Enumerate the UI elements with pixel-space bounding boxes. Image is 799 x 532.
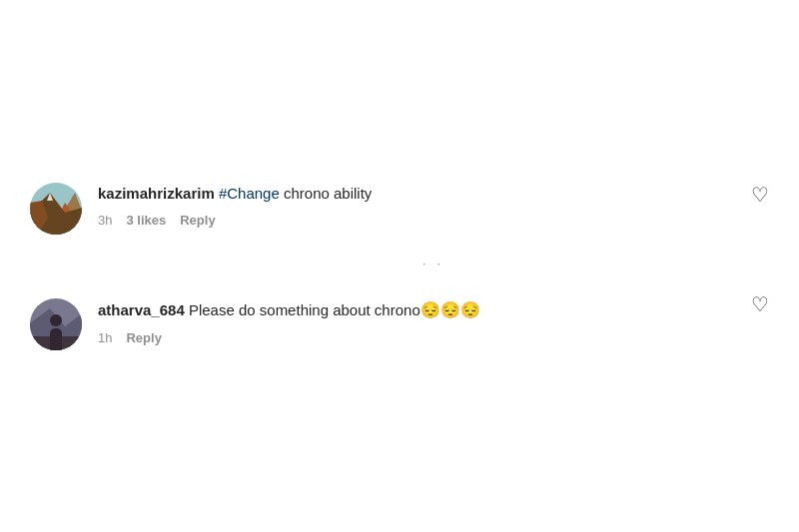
comment-body-text: Please do something about chrono: [185, 301, 420, 318]
comment-time: 3h: [98, 213, 112, 228]
comment-text: atharva_684 Please do something about ch…: [98, 298, 769, 322]
comment-section: kazimahrizkarim #Change chrono ability 3…: [30, 165, 769, 368]
username[interactable]: atharva_684: [98, 301, 185, 318]
reply-button[interactable]: Reply: [126, 330, 161, 345]
comment-text: kazimahrizkarim #Change chrono ability: [98, 183, 769, 206]
avatar: [30, 183, 82, 235]
comment-likes: 3 likes: [126, 213, 166, 228]
comment-body: kazimahrizkarim #Change chrono ability 3…: [98, 183, 769, 229]
comment-item: atharva_684 Please do something about ch…: [30, 274, 769, 368]
divider-dots: · ·: [30, 253, 769, 274]
comment-time: 1h: [98, 330, 112, 345]
like-icon[interactable]: ♡: [751, 292, 769, 316]
hashtag-text: #Change: [219, 185, 280, 202]
comment-meta: 3h 3 likes Reply: [98, 213, 769, 228]
comment-meta: 1h Reply: [98, 330, 769, 345]
reply-button[interactable]: Reply: [180, 213, 215, 228]
avatar: [30, 298, 82, 350]
like-icon[interactable]: ♡: [751, 183, 769, 207]
comment-body: atharva_684 Please do something about ch…: [98, 298, 769, 345]
comment-body-text: chrono ability: [280, 185, 373, 202]
svg-rect-11: [30, 298, 82, 350]
emoji-icons: 😔😔😔: [420, 301, 480, 318]
comment-item: kazimahrizkarim #Change chrono ability 3…: [30, 165, 769, 253]
username[interactable]: kazimahrizkarim: [98, 185, 215, 202]
svg-rect-5: [30, 183, 82, 235]
